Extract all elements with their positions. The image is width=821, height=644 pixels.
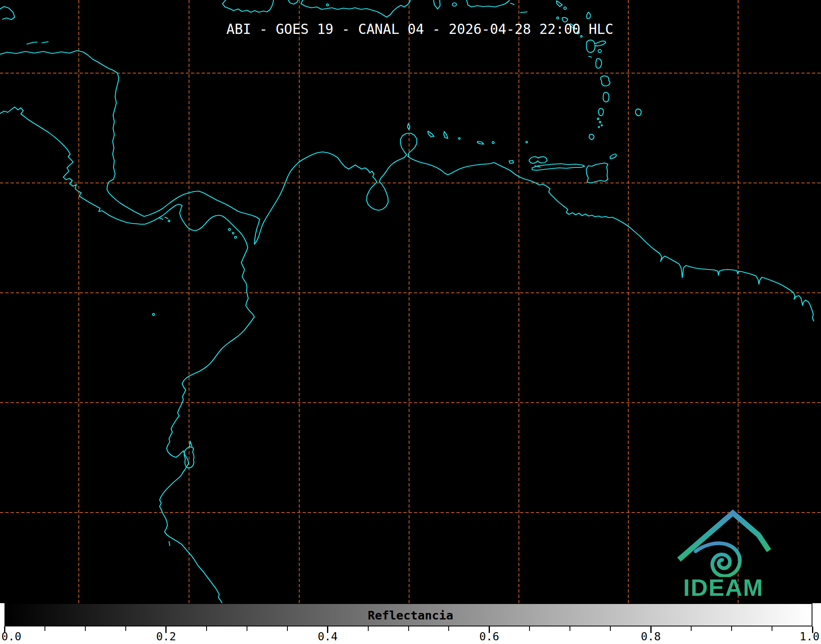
colorbar-tick-label: 0.2 [156,631,176,642]
map-title: ABI - GOES 19 - CANAL 04 - 2026-04-28 22… [0,21,821,38]
island-dot [229,229,231,231]
island-dot [601,125,603,126]
coastline-path [610,154,616,159]
island-dot [526,141,527,143]
ideam-logo: IDEAM [674,510,772,604]
coastline-path [27,42,37,44]
colorbar-tick [691,626,692,631]
coastline-path [434,0,440,9]
colorbar-tick [247,626,247,631]
coastline-path [288,0,298,4]
island-dot [564,7,566,9]
island-dot [597,118,599,120]
coastline-path [586,163,608,183]
island-dot [168,220,170,222]
coastline-path [636,109,641,116]
coastline-path [601,76,610,86]
colorbar-tick [206,626,207,631]
colorbar-tick [529,626,530,631]
coastline-path [589,134,594,140]
island-dot [598,49,601,53]
coastline-path [587,12,590,19]
coastline-path [599,109,603,116]
colorbar-tick [368,626,369,631]
coastline-path [477,141,484,144]
colorbar-tick-label: 1.0 [800,631,820,642]
coastline-path [165,217,168,218]
coastline-path [0,51,814,321]
island-dot [153,314,155,316]
island-dot [458,138,460,139]
satellite-map-area: ABI - GOES 19 - CANAL 04 - 2026-04-28 22… [0,0,821,603]
coastline-path [160,218,163,219]
coastline-path [452,3,456,6]
island-dot [599,121,601,123]
colorbar-tick [448,626,449,631]
colorbar-tick [570,626,570,631]
colorbar-tick [44,626,45,631]
island-dot [492,142,494,144]
colorbar-tick-label: 0.4 [318,631,338,642]
coastline-path [407,124,410,130]
coastline-path [42,42,48,43]
colorbar-tick [287,626,288,631]
colorbar-tick [731,626,732,631]
coastline-path [189,441,192,447]
coastline-path [222,0,274,12]
coastline-path [511,3,514,4]
coastline-path [301,0,410,17]
coastline-path [169,541,170,546]
coastline-path [529,157,547,163]
island-dot [232,232,234,234]
coastline-path [467,0,510,7]
island-dot [235,236,237,238]
colorbar-tick-label: 0.0 [2,631,22,642]
colorbar-tick-label: 0.6 [479,631,499,642]
colorbar-strip: Reflectancia 0.00.20.40.60.81.0 [0,603,821,644]
colorbar-tick [772,626,772,631]
coastline-path [589,56,592,57]
hurricane-spiral-shape [696,543,740,576]
coastline-path [444,131,448,138]
ideam-mountain-spiral-icon [674,510,772,577]
colorbar-tick [408,626,409,631]
colorbar-tick-label: 0.8 [641,631,661,642]
coastline-path [603,92,609,102]
coastline-path [521,12,527,13]
coastline-path [428,131,434,137]
coastline-path [0,107,254,603]
coastline-path [596,59,601,68]
coastline-path [556,1,562,7]
coastline-path [0,7,15,20]
colorbar-tick [610,626,611,631]
island-dot [327,4,329,6]
coastline-path [509,160,514,163]
island-dot [599,127,600,128]
colorbar-tick [85,626,86,631]
colorbar-title: Reflectancia [0,608,821,622]
ideam-logo-text: IDEAM [674,576,772,599]
colorbar-tick [125,626,126,631]
coastline-path [586,40,606,52]
island-dot [557,17,559,19]
satellite-image-figure: ABI - GOES 19 - CANAL 04 - 2026-04-28 22… [0,0,821,644]
